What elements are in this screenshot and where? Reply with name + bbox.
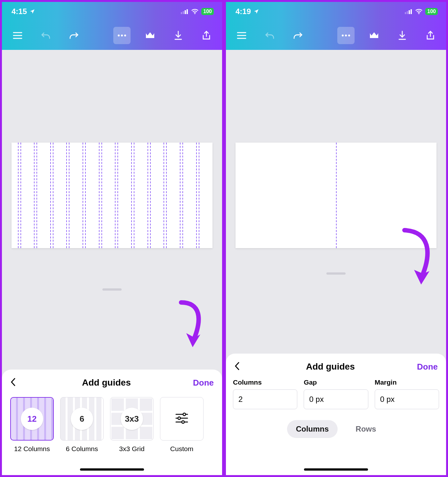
design-canvas[interactable] xyxy=(236,143,436,248)
svg-rect-3 xyxy=(187,9,188,14)
svg-rect-2 xyxy=(185,10,186,14)
top-gradient: 4:19 100 xyxy=(226,2,446,50)
svg-point-26 xyxy=(342,35,344,36)
signal-icon xyxy=(405,9,412,14)
segment-rows[interactable]: Rows xyxy=(347,420,385,438)
redo-icon[interactable] xyxy=(65,27,83,44)
export-icon[interactable] xyxy=(422,27,439,44)
svg-rect-18 xyxy=(405,12,406,14)
sheet-title: Add guides xyxy=(244,362,417,372)
margin-label: Margin xyxy=(375,379,439,386)
redo-icon[interactable] xyxy=(289,27,307,44)
option-label-custom: Custom xyxy=(170,445,193,453)
field-gap: Gap 0 px xyxy=(304,379,368,409)
more-icon[interactable] xyxy=(113,27,131,44)
column-guide-center xyxy=(336,143,337,248)
columns-label: Columns xyxy=(233,379,297,386)
sliders-icon xyxy=(175,412,189,426)
signal-icon xyxy=(181,9,188,14)
crown-icon[interactable] xyxy=(141,27,159,44)
back-icon[interactable] xyxy=(10,377,20,388)
custom-guide-fields: Columns 2 Gap 0 px Margin 0 px xyxy=(226,372,446,409)
done-button[interactable]: Done xyxy=(417,362,438,372)
columns-rows-toggle: Columns Rows xyxy=(226,409,446,438)
svg-point-8 xyxy=(118,35,120,36)
battery-indicator: 100 xyxy=(425,8,438,15)
annotation-arrow-left xyxy=(175,299,210,354)
svg-point-17 xyxy=(182,421,184,423)
guide-options: 12 12 Columns 6 6 Columns 3x3 3x3 Grid xyxy=(2,388,222,453)
svg-point-9 xyxy=(121,35,123,36)
undo-icon[interactable] xyxy=(261,27,278,44)
export-icon[interactable] xyxy=(198,27,215,44)
svg-rect-0 xyxy=(181,12,182,14)
done-button[interactable]: Done xyxy=(193,378,214,388)
gap-label: Gap xyxy=(304,379,368,386)
status-bar: 4:19 100 xyxy=(226,2,446,21)
more-icon[interactable] xyxy=(337,27,355,44)
back-icon[interactable] xyxy=(234,361,244,372)
sheet-handle[interactable] xyxy=(102,288,122,291)
wifi-icon xyxy=(415,9,423,14)
location-icon xyxy=(29,9,35,14)
download-icon[interactable] xyxy=(170,27,187,44)
location-icon xyxy=(253,9,259,14)
download-icon[interactable] xyxy=(394,27,411,44)
svg-point-10 xyxy=(124,35,126,36)
option-12-columns[interactable]: 12 12 Columns xyxy=(10,397,54,453)
sheet-title: Add guides xyxy=(20,378,193,388)
svg-rect-1 xyxy=(183,11,184,14)
svg-point-27 xyxy=(345,35,347,36)
option-label-3x3: 3x3 Grid xyxy=(119,445,144,453)
battery-indicator: 100 xyxy=(201,8,214,15)
wifi-icon xyxy=(191,9,199,14)
menu-icon[interactable] xyxy=(233,27,250,44)
undo-icon[interactable] xyxy=(37,27,54,44)
sheet-handle[interactable] xyxy=(326,272,346,275)
svg-point-15 xyxy=(178,417,180,419)
app-toolbar xyxy=(2,21,222,50)
option-custom[interactable]: Custom xyxy=(160,397,204,453)
option-6-columns[interactable]: 6 6 Columns xyxy=(60,397,104,453)
svg-point-28 xyxy=(348,35,350,36)
svg-rect-21 xyxy=(411,9,412,14)
segment-columns[interactable]: Columns xyxy=(287,420,338,438)
option-3x3-grid[interactable]: 3x3 3x3 Grid xyxy=(110,397,154,453)
option-label-6: 6 Columns xyxy=(66,445,98,453)
screenshot-right: 4:19 100 xyxy=(224,0,448,477)
home-indicator[interactable] xyxy=(304,468,368,471)
top-gradient: 4:15 100 xyxy=(2,2,222,50)
status-time: 4:15 xyxy=(12,7,27,16)
home-indicator[interactable] xyxy=(80,468,144,471)
menu-icon[interactable] xyxy=(9,27,26,44)
canvas-stage: Add guides Done 12 12 Columns 6 6 Column… xyxy=(2,50,222,475)
design-canvas[interactable] xyxy=(12,143,212,248)
crown-icon[interactable] xyxy=(365,27,383,44)
option-circle-6: 6 xyxy=(71,408,93,430)
gap-input[interactable]: 0 px xyxy=(304,389,368,409)
option-circle-3x3: 3x3 xyxy=(121,408,143,430)
canvas-stage: Add guides Done Columns 2 Gap 0 px Margi… xyxy=(226,50,446,475)
add-guides-custom-sheet: Add guides Done Columns 2 Gap 0 px Margi… xyxy=(226,354,446,475)
option-label-12: 12 Columns xyxy=(14,445,50,453)
columns-input[interactable]: 2 xyxy=(233,389,297,409)
svg-rect-19 xyxy=(407,11,408,14)
field-margin: Margin 0 px xyxy=(375,379,439,409)
option-circle-12: 12 xyxy=(21,408,43,430)
status-bar: 4:15 100 xyxy=(2,2,222,21)
status-time: 4:19 xyxy=(236,7,251,16)
add-guides-sheet: Add guides Done 12 12 Columns 6 6 Column… xyxy=(2,370,222,475)
screenshot-left: 4:15 100 xyxy=(0,0,224,477)
svg-point-22 xyxy=(419,13,420,14)
svg-point-13 xyxy=(183,413,186,416)
margin-input[interactable]: 0 px xyxy=(375,389,439,409)
app-toolbar xyxy=(226,21,446,50)
svg-point-4 xyxy=(195,13,196,14)
svg-rect-20 xyxy=(409,10,410,14)
field-columns: Columns 2 xyxy=(233,379,297,409)
column-guides-12 xyxy=(12,143,212,248)
